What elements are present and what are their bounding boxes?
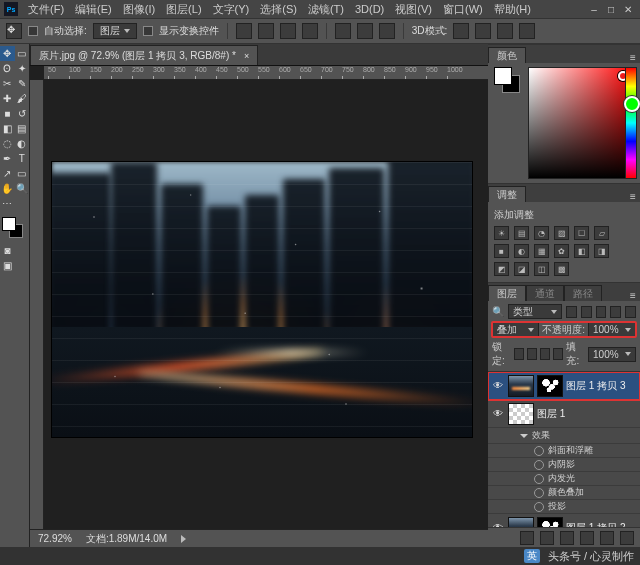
paths-tab[interactable]: 路径 [564, 285, 602, 301]
window-close[interactable]: ✕ [623, 4, 633, 14]
layer-thumb[interactable] [508, 403, 534, 425]
adjust-tab[interactable]: 调整 [488, 186, 526, 202]
window-minimize[interactable]: – [589, 4, 599, 14]
lasso-tool[interactable]: ʘ [0, 61, 15, 76]
menu-window[interactable]: 窗口(W) [438, 1, 488, 18]
auto-select-dropdown[interactable]: 图层 [93, 23, 137, 39]
fx-item[interactable]: 内发光 [488, 472, 640, 486]
layer-thumb[interactable] [508, 517, 534, 528]
menu-view[interactable]: 视图(V) [390, 1, 437, 18]
visibility-icon[interactable]: 👁 [491, 379, 505, 393]
move-tool[interactable]: ✥ [0, 46, 15, 61]
blur-tool[interactable]: ◌ [0, 136, 15, 151]
gradient-tool[interactable]: ▤ [15, 121, 30, 136]
window-maximize[interactable]: □ [606, 4, 616, 14]
pen-tool[interactable]: ✒ [0, 151, 15, 166]
align-icon[interactable] [236, 23, 252, 39]
filter-type-icon[interactable] [566, 306, 577, 318]
distribute-icon[interactable] [335, 23, 351, 39]
adjust-icon[interactable]: ☐ [574, 226, 589, 240]
color-tab[interactable]: 颜色 [488, 47, 526, 63]
path-tool[interactable]: ↗ [0, 166, 15, 181]
fx-chevron-icon[interactable] [520, 434, 528, 438]
layer-style-icon[interactable] [540, 531, 554, 545]
status-menu-icon[interactable] [181, 535, 186, 543]
menu-type[interactable]: 文字(Y) [208, 1, 255, 18]
type-tool[interactable]: T [15, 151, 30, 166]
fx-item[interactable]: 斜面和浮雕 [488, 444, 640, 458]
filter-type-icon[interactable] [596, 306, 607, 318]
lock-all-icon[interactable] [553, 348, 563, 360]
heal-tool[interactable]: ✚ [0, 91, 15, 106]
align-icon[interactable] [302, 23, 318, 39]
3d-icon[interactable] [475, 23, 491, 39]
brush-tool[interactable]: 🖌 [15, 91, 30, 106]
dodge-tool[interactable]: ◐ [15, 136, 30, 151]
menu-select[interactable]: 选择(S) [255, 1, 302, 18]
fx-item[interactable]: 内阴影 [488, 458, 640, 472]
adjust-icon[interactable]: ◩ [494, 262, 509, 276]
layer-thumb[interactable] [508, 375, 534, 397]
adjust-icon[interactable]: ▤ [514, 226, 529, 240]
adjust-icon[interactable]: ▨ [554, 226, 569, 240]
adjust-icon[interactable]: ◪ [514, 262, 529, 276]
menu-layer[interactable]: 图层(L) [161, 1, 206, 18]
fx-item[interactable]: 投影 [488, 500, 640, 514]
adjust-icon[interactable]: ■ [494, 244, 509, 258]
panel-menu-icon[interactable]: ≡ [626, 191, 640, 202]
adjust-icon[interactable]: ◫ [534, 262, 549, 276]
distribute-icon[interactable] [379, 23, 395, 39]
adjust-icon[interactable]: ▩ [554, 262, 569, 276]
layer-row[interactable]: 👁 图层 1 拷贝 2 [488, 514, 640, 527]
crop-tool[interactable]: ✂ [0, 76, 15, 91]
layer-row[interactable]: 👁 图层 1 [488, 400, 640, 428]
visibility-icon[interactable]: 👁 [491, 407, 505, 421]
show-transform-checkbox[interactable] [143, 26, 153, 36]
canvas[interactable] [52, 162, 472, 437]
ruler-vertical[interactable] [30, 80, 44, 529]
3d-icon[interactable] [497, 23, 513, 39]
foreground-color-swatch[interactable] [2, 217, 16, 231]
lock-position-icon[interactable] [527, 348, 537, 360]
link-layers-icon[interactable] [520, 531, 534, 545]
new-group-icon[interactable] [580, 531, 594, 545]
layer-mask-icon[interactable] [560, 531, 574, 545]
document-tab[interactable]: 原片.jpg @ 72.9% (图层 1 拷贝 3, RGB/8#) * × [30, 45, 258, 65]
history-brush-tool[interactable]: ↺ [15, 106, 30, 121]
auto-select-checkbox[interactable] [28, 26, 38, 36]
layer-row[interactable]: 👁 图层 1 拷贝 3 [488, 372, 640, 400]
panel-menu-icon[interactable]: ≡ [626, 290, 640, 301]
layers-tab[interactable]: 图层 [488, 285, 526, 301]
quickmask-toggle[interactable]: ◙ [0, 243, 15, 258]
channels-tab[interactable]: 通道 [526, 285, 564, 301]
menu-file[interactable]: 文件(F) [23, 1, 69, 18]
blend-mode-dropdown[interactable]: 叠加 [492, 322, 539, 337]
adjust-icon[interactable]: ◨ [594, 244, 609, 258]
ruler-horizontal[interactable]: 5010015020025030035040045050055060065070… [44, 66, 488, 80]
adjust-icon[interactable]: ◔ [534, 226, 549, 240]
adjust-icon[interactable]: ☀ [494, 226, 509, 240]
current-tool-icon[interactable]: ✥ [6, 23, 22, 39]
color-picker[interactable] [528, 67, 636, 179]
lock-pixels-icon[interactable] [514, 348, 524, 360]
close-tab-icon[interactable]: × [244, 51, 249, 61]
hand-tool[interactable]: ✋ [0, 181, 15, 196]
marquee-tool[interactable]: ▭ [15, 46, 30, 61]
hue-knob[interactable] [624, 96, 640, 112]
eraser-tool[interactable]: ◧ [0, 121, 15, 136]
filter-type-icon[interactable] [625, 306, 636, 318]
fx-item[interactable]: 颜色叠加 [488, 486, 640, 500]
menu-3d[interactable]: 3D(D) [350, 2, 389, 16]
align-icon[interactable] [280, 23, 296, 39]
fx-header[interactable]: 效果 [488, 428, 640, 444]
zoom-level[interactable]: 72.92% [38, 533, 72, 544]
menu-image[interactable]: 图像(I) [118, 1, 160, 18]
menu-help[interactable]: 帮助(H) [489, 1, 536, 18]
panel-menu-icon[interactable]: ≡ [626, 52, 640, 63]
layer-mask-thumb[interactable] [537, 517, 563, 528]
hue-slider[interactable] [625, 67, 637, 179]
delete-layer-icon[interactable] [620, 531, 634, 545]
fg-color-swatch[interactable] [494, 67, 512, 85]
layer-name[interactable]: 图层 1 拷贝 3 [566, 379, 637, 393]
3d-icon[interactable] [453, 23, 469, 39]
